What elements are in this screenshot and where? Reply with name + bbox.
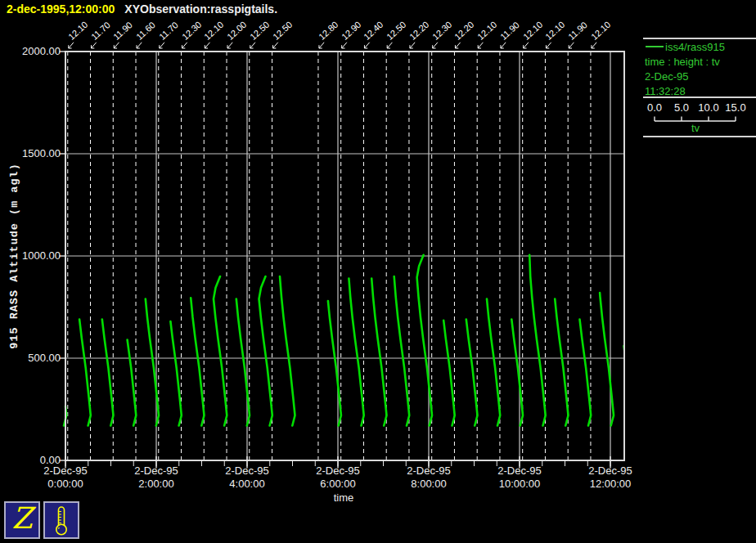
rass-profile-trace [170,321,181,426]
profile-label-arrow [592,43,596,48]
profile-label-arrow [182,43,187,48]
profile-label-arrow [227,43,232,48]
rass-profile-trace [511,320,523,426]
y-tick-label: 500.00 [0,352,61,364]
profile-label-arrow [410,43,415,48]
profile-label-arrow [114,43,119,48]
rass-profile-trace [555,299,568,426]
legend-fields-label: time : height : tv [645,56,720,68]
rass-profile-trace [371,279,386,426]
traces-group [64,255,632,426]
zoom-z-icon: Z [11,504,32,533]
rass-profile-trace [79,320,91,426]
profile-label-arrow [273,43,278,48]
profile-label-arrow [501,43,506,48]
y-axis-title: 915 RASS Altitude (m agl) [8,163,20,349]
thermometer-tool-button[interactable] [43,501,79,539]
x-tick-label: 2-Dec-956:00:00 [299,464,377,491]
rass-profile-trace [328,301,341,426]
profile-label-arrow [433,43,438,48]
thermometer-icon [45,503,78,537]
y-tick-label: 2000.00 [0,46,61,57]
rass-profile-trace [443,321,455,426]
tv-scale-number: 10.0 [698,101,718,114]
rass-profile-trace [214,276,227,426]
profile-label-arrow [92,43,97,48]
application-window: 2-dec-1995,12:00:00 XYObservation:rasspi… [0,0,756,543]
profile-label-arrow [569,43,574,48]
legend-separator-top [643,38,756,39]
legend-separator-middle [643,96,756,98]
profile-label-arrow [387,43,392,48]
rass-profile-trace [417,255,432,426]
profile-label-arrow [160,43,164,48]
legend-series-label: iss4/rass915 [665,41,725,53]
tv-scale-number: 5.0 [674,101,689,114]
x-tick-label: 2-Dec-950:00:00 [26,464,105,491]
rass-profile-trace [394,276,410,426]
profile-label-arrow [524,43,529,48]
profile-label-arrow [455,43,460,48]
legend-time: 11:32:28 [645,85,686,97]
x-tick-label: 2-Dec-958:00:00 [389,464,468,491]
profile-label-arrow [205,43,209,48]
zoom-tool-button[interactable]: Z [4,501,40,539]
x-axis-title: time [319,491,368,504]
profile-label-arrow [342,43,347,48]
chart-canvas [0,0,756,543]
tv-scale-label: tv [691,122,700,134]
profile-label-arrow [478,43,483,48]
tv-scale-number: 15.0 [725,101,745,114]
rass-profile-trace [280,276,295,426]
rass-profile-trace [191,298,204,425]
profile-label-arrow [319,43,324,48]
rass-profile-trace [349,279,363,426]
tv-scale-number: 0.0 [647,101,662,114]
rass-profile-trace [102,320,114,426]
profile-label-arrow [137,43,142,48]
rass-profile-trace [487,299,500,426]
rass-profile-trace [580,320,592,426]
legend-separator-bottom [643,136,756,137]
rass-profile-trace [259,276,272,426]
profile-label-arrow [250,43,255,48]
rass-profile-trace [529,255,546,426]
x-tick-label: 2-Dec-952:00:00 [117,464,196,491]
profile-label-arrow [364,43,369,48]
x-tick-label: 2-Dec-954:00:00 [208,464,286,491]
rass-profile-trace [128,340,137,426]
profile-label-arrow [546,43,551,48]
x-tick-label: 2-Dec-9512:00:00 [571,464,650,491]
legend-date: 2-Dec-95 [645,70,688,83]
legend-series-swatch [646,46,664,47]
y-tick-label: 1500.00 [0,148,61,159]
profile-label-arrow [69,43,74,48]
x-tick-label: 2-Dec-9510:00:00 [480,464,559,491]
rass-profile-trace [600,293,614,426]
rass-profile-trace [466,320,478,426]
